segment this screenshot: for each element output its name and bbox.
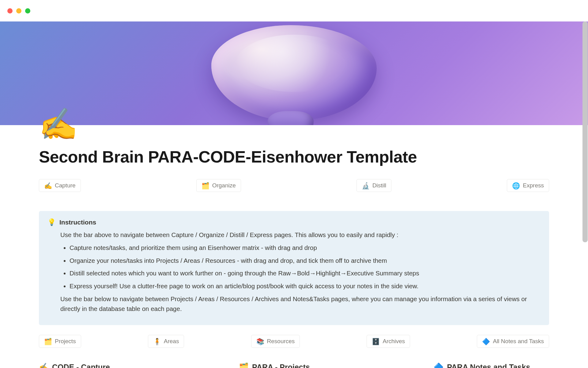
- nav-label: Distill: [372, 182, 386, 189]
- nav-label: Organize: [212, 182, 236, 189]
- microscope-icon: 🔬: [362, 182, 370, 189]
- instructions-tail: Use the bar below to navigate between Pr…: [60, 294, 541, 314]
- bulb-icon: 💡: [47, 218, 56, 226]
- nav-label: Resources: [267, 338, 295, 345]
- instructions-bullet: Distill selected notes which you want to…: [70, 268, 541, 278]
- folder-icon: 🗂️: [239, 362, 249, 368]
- section-label: PARA - Projects: [252, 363, 310, 368]
- areas-icon: 🧍: [153, 338, 161, 345]
- vertical-scrollbar[interactable]: [582, 21, 588, 242]
- diamond-icon: 🔷: [434, 362, 443, 368]
- folder-icon: 🗂️: [202, 182, 209, 189]
- nav-label: Projects: [55, 338, 76, 345]
- section-code-capture[interactable]: ✍️ CODE - Capture: [39, 362, 233, 368]
- instructions-bullet: Capture notes/tasks, and prioritize them…: [70, 243, 541, 253]
- maximize-window-button[interactable]: [25, 8, 30, 13]
- nav-label: Express: [523, 182, 544, 189]
- nav-capture[interactable]: ✍️ Capture: [39, 179, 81, 192]
- instructions-list: Capture notes/tasks, and prioritize them…: [60, 243, 541, 291]
- instructions-title: Instructions: [59, 219, 96, 226]
- resources-icon: 📚: [256, 338, 264, 345]
- nav-label: Areas: [164, 338, 179, 345]
- page-icon[interactable]: ✍️: [39, 109, 78, 140]
- nav-express[interactable]: 🌐 Express: [507, 179, 549, 192]
- nav-distill[interactable]: 🔬 Distill: [356, 179, 391, 192]
- bottom-nav-row: 🗂️ Projects 🧍 Areas 📚 Resources 🗄️ Archi…: [39, 335, 549, 348]
- writing-hand-icon: ✍️: [39, 362, 49, 368]
- instructions-bullet: Express yourself! Use a clutter-free pag…: [70, 281, 541, 291]
- archives-icon: 🗄️: [372, 338, 380, 345]
- section-para-projects[interactable]: 🗂️ PARA - Projects: [239, 362, 428, 368]
- close-window-button[interactable]: [7, 8, 13, 13]
- nav-label: All Notes and Tasks: [493, 338, 544, 345]
- brain-illustration: [211, 25, 377, 125]
- section-para-notes-tasks[interactable]: 🔷 PARA Notes and Tasks: [434, 362, 549, 368]
- nav-projects[interactable]: 🗂️ Projects: [39, 335, 81, 348]
- section-headings-row: ✍️ CODE - Capture 🗂️ PARA - Projects 🔷 P…: [39, 362, 549, 368]
- writing-hand-icon: ✍️: [44, 182, 52, 189]
- nav-label: Capture: [55, 182, 76, 189]
- window-traffic-lights: [0, 0, 588, 21]
- minimize-window-button[interactable]: [16, 8, 21, 13]
- nav-all-notes[interactable]: 🔷 All Notes and Tasks: [477, 335, 549, 348]
- nav-resources[interactable]: 📚 Resources: [251, 335, 300, 348]
- nav-areas[interactable]: 🧍 Areas: [148, 335, 184, 348]
- section-label: PARA Notes and Tasks: [447, 363, 530, 368]
- instructions-callout: 💡 Instructions Use the bar above to navi…: [39, 211, 549, 325]
- section-label: CODE - Capture: [52, 363, 110, 368]
- instructions-bullet: Organize your notes/tasks into Projects …: [70, 256, 541, 266]
- nav-archives[interactable]: 🗄️ Archives: [367, 335, 410, 348]
- notes-icon: 🔷: [482, 338, 490, 345]
- nav-label: Archives: [383, 338, 405, 345]
- globe-icon: 🌐: [512, 182, 520, 189]
- instructions-lead: Use the bar above to navigate between Ca…: [60, 230, 541, 240]
- projects-icon: 🗂️: [44, 338, 52, 345]
- nav-organize[interactable]: 🗂️ Organize: [196, 179, 241, 192]
- cover-image[interactable]: [0, 21, 588, 125]
- top-nav-row: ✍️ Capture 🗂️ Organize 🔬 Distill 🌐 Expre…: [39, 179, 549, 192]
- page-title[interactable]: Second Brain PARA-CODE-Eisenhower Templa…: [39, 125, 549, 166]
